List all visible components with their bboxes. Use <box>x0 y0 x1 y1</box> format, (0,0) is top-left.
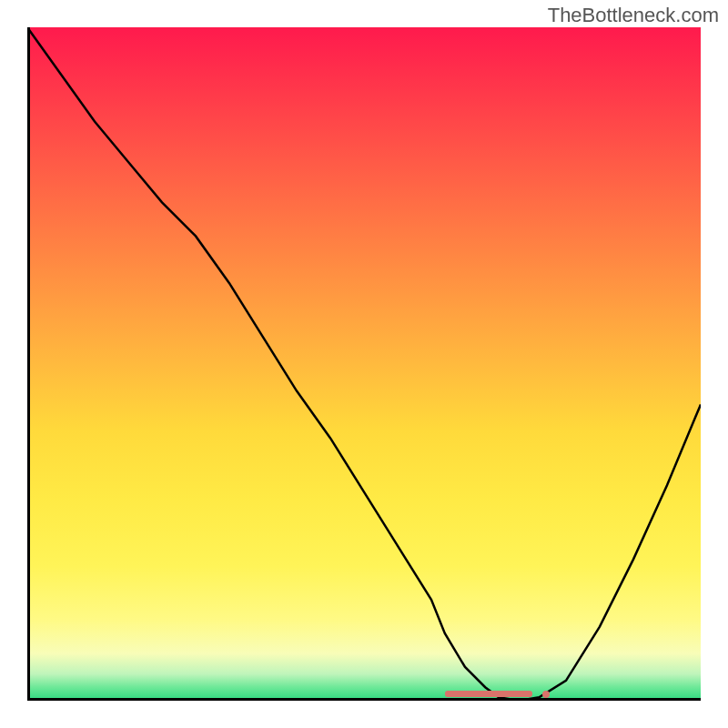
plot-area <box>27 27 701 701</box>
x-axis <box>27 698 701 701</box>
curve-line <box>27 27 701 701</box>
minimum-marker-dot <box>542 691 550 698</box>
watermark-text: TheBottleneck.com <box>548 4 719 27</box>
y-axis <box>27 27 30 701</box>
minimum-marker-line <box>445 691 532 697</box>
curve-svg <box>27 27 701 701</box>
